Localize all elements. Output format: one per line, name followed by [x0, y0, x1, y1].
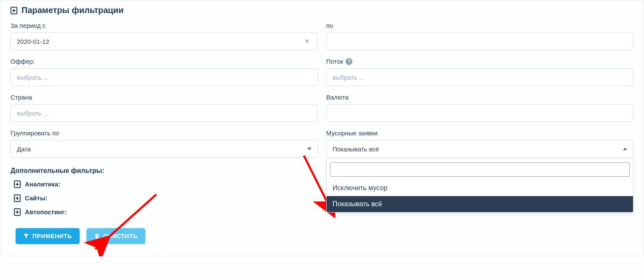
- select-trash[interactable]: Показывать всё: [326, 140, 633, 158]
- expand-icon[interactable]: [11, 7, 17, 14]
- value-period-to[interactable]: [333, 33, 627, 50]
- placeholder-offer: выбрать ...: [17, 74, 48, 81]
- value-group-by: Дата: [17, 145, 31, 153]
- label-group-by: Группировать по: [11, 129, 318, 137]
- label-flow: Поток: [326, 58, 343, 65]
- field-trash: Мусорные заявки Показывать всё Исключить…: [326, 129, 633, 158]
- value-period-from: 2020-01-12: [17, 38, 49, 45]
- field-flow: Поток ? выбрать ...: [326, 58, 633, 86]
- extra-filter-label: Аналитика:: [25, 180, 60, 188]
- trash-dropdown-search-wrap: [327, 159, 633, 180]
- select-group-by[interactable]: Дата: [11, 140, 318, 158]
- extra-filters-list: Аналитика: Сайты: Автопостинг:: [11, 180, 316, 215]
- label-currency: Валюта: [326, 94, 633, 101]
- placeholder-country: выбрать ...: [17, 110, 48, 117]
- select-offer[interactable]: выбрать ...: [11, 68, 318, 86]
- clear-button[interactable]: Очистить: [86, 228, 145, 244]
- chevron-up-icon: [623, 148, 627, 150]
- label-offer: Оффер:: [11, 58, 318, 65]
- extra-filters-header: Дополнительные фильтры:: [11, 167, 316, 175]
- field-currency: Валюта: [326, 94, 633, 122]
- field-group-by: Группировать по Дата: [11, 129, 318, 158]
- label-period-from: За период с: [11, 22, 318, 29]
- input-period-from[interactable]: 2020-01-12 ×: [11, 32, 318, 50]
- trash-option-show-all[interactable]: Показывать всё: [327, 196, 633, 212]
- form-grid: За период с 2020-01-12 × по Оффер: выбра…: [11, 22, 633, 158]
- panel-title-row: Параметры фильтрации: [11, 5, 633, 15]
- chevron-down-icon: [307, 148, 311, 150]
- placeholder-flow: выбрать ...: [333, 74, 364, 81]
- value-trash: Показывать всё: [333, 145, 379, 153]
- trash-dropdown-panel: Исключить мусор Показывать всё: [326, 159, 633, 213]
- apply-button-label: Применить: [32, 233, 72, 240]
- select-flow[interactable]: выбрать ...: [326, 68, 633, 86]
- trash-option-exclude[interactable]: Исключить мусор: [327, 180, 633, 196]
- extra-filter-label: Автопостинг:: [25, 208, 67, 215]
- label-country: Страна: [11, 94, 318, 101]
- extra-filter-analytics[interactable]: Аналитика:: [14, 180, 316, 188]
- trash-icon: [94, 233, 100, 239]
- field-offer: Оффер: выбрать ...: [11, 58, 318, 86]
- select-country[interactable]: выбрать ...: [11, 104, 318, 122]
- input-currency[interactable]: [326, 104, 633, 122]
- help-icon[interactable]: ?: [346, 58, 352, 65]
- trash-dropdown-search-input[interactable]: [330, 162, 630, 177]
- value-currency[interactable]: [333, 105, 627, 121]
- panel-title: Параметры фильтрации: [21, 5, 123, 15]
- filter-panel: Параметры фильтрации За период с 2020-01…: [0, 0, 644, 256]
- extra-filter-label: Сайты:: [25, 194, 48, 202]
- filter-icon: [23, 233, 29, 239]
- label-trash: Мусорные заявки: [326, 129, 633, 137]
- extra-filter-autoposting[interactable]: Автопостинг:: [14, 208, 316, 215]
- label-period-to: по: [326, 22, 633, 29]
- expand-icon: [14, 181, 21, 188]
- clear-icon[interactable]: ×: [303, 38, 311, 45]
- field-country: Страна выбрать ...: [11, 94, 318, 122]
- expand-icon: [14, 209, 21, 215]
- action-row: Применить Очистить: [11, 228, 316, 244]
- expand-icon: [14, 195, 21, 202]
- clear-button-label: Очистить: [103, 233, 138, 240]
- apply-button[interactable]: Применить: [16, 228, 80, 244]
- extra-filter-sites[interactable]: Сайты:: [14, 194, 316, 202]
- field-period-to: по: [326, 22, 633, 50]
- input-period-to[interactable]: [326, 32, 633, 50]
- field-period-from: За период с 2020-01-12 ×: [11, 22, 318, 50]
